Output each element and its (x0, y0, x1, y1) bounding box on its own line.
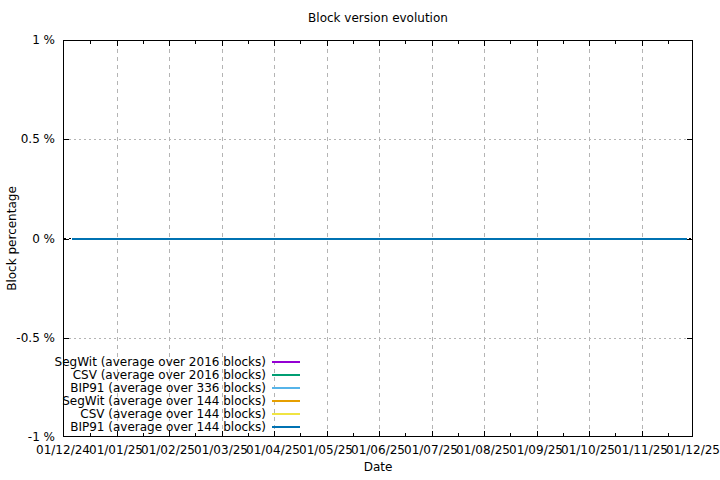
x-minor-tick (405, 41, 406, 44)
x-major-tick (432, 41, 433, 46)
x-major-tick (222, 41, 223, 46)
data-line-flat-zero (72, 238, 687, 240)
legend-line-sample (272, 426, 300, 428)
x-minor-tick (143, 41, 144, 44)
y-tick-label: -0.5 % (0, 331, 55, 345)
x-minor-tick (90, 41, 91, 44)
x-minor-tick (615, 433, 616, 436)
y-major-tick (64, 239, 69, 240)
h-gridline (64, 139, 692, 140)
legend-line-sample (272, 413, 300, 415)
y-major-tick (64, 338, 69, 339)
y-major-tick (687, 338, 692, 339)
x-major-tick (327, 41, 328, 46)
x-minor-tick (668, 41, 669, 44)
y-tick-label: 0.5 % (0, 132, 55, 146)
x-minor-tick (668, 433, 669, 436)
y-major-tick (64, 139, 69, 140)
x-major-tick (327, 431, 328, 436)
x-minor-tick (353, 433, 354, 436)
x-major-tick (589, 431, 590, 436)
legend-line-sample (272, 374, 300, 376)
x-minor-tick (353, 41, 354, 44)
x-major-tick (537, 431, 538, 436)
x-minor-tick (615, 41, 616, 44)
x-major-tick (484, 41, 485, 46)
x-tick-label: 01/12/25 (653, 443, 720, 457)
x-minor-tick (195, 41, 196, 44)
x-major-tick (379, 431, 380, 436)
chart-title: Block version evolution (63, 11, 693, 25)
x-minor-tick (458, 41, 459, 44)
x-major-tick (379, 41, 380, 46)
x-axis-label: Date (63, 460, 693, 474)
x-major-tick (169, 41, 170, 46)
x-major-tick (432, 431, 433, 436)
x-minor-tick (563, 433, 564, 436)
x-minor-tick (510, 41, 511, 44)
x-major-tick (484, 431, 485, 436)
x-major-tick (274, 41, 275, 46)
x-minor-tick (300, 433, 301, 436)
x-major-tick (537, 41, 538, 46)
chart-canvas: Block version evolution Block percentage… (0, 0, 720, 480)
y-major-tick (687, 139, 692, 140)
legend-label: BIP91 (average over 144 blocks) (0, 421, 266, 434)
legend-line-sample (272, 361, 300, 363)
x-major-tick (117, 41, 118, 46)
legend-line-sample (272, 387, 300, 389)
legend-row: BIP91 (average over 144 blocks) (0, 421, 300, 434)
x-minor-tick (458, 433, 459, 436)
x-minor-tick (300, 41, 301, 44)
x-minor-tick (405, 433, 406, 436)
x-major-tick (642, 431, 643, 436)
x-major-tick (589, 41, 590, 46)
legend-line-sample (272, 400, 300, 402)
y-major-tick (687, 239, 692, 240)
x-minor-tick (248, 41, 249, 44)
x-minor-tick (563, 41, 564, 44)
x-major-tick (642, 41, 643, 46)
y-tick-label: 1 % (0, 33, 55, 47)
h-gridline (64, 338, 692, 339)
y-tick-label: 0 % (0, 232, 55, 246)
x-minor-tick (510, 433, 511, 436)
